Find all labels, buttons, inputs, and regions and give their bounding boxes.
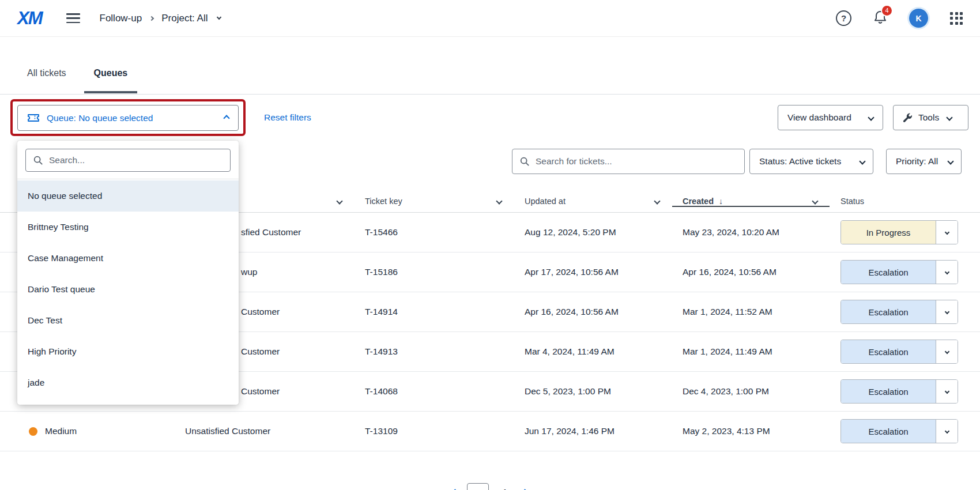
- queue-option[interactable]: Dec Test: [17, 305, 239, 336]
- status-badge[interactable]: Escalation: [840, 379, 958, 404]
- status-badge-label: Escalation: [841, 300, 936, 323]
- chevron-down-icon[interactable]: [336, 198, 342, 204]
- pagination: 1 of 1: [0, 483, 980, 490]
- chevron-down-icon: [868, 114, 874, 120]
- wrench-icon: [902, 112, 913, 123]
- avatar[interactable]: K: [909, 9, 928, 28]
- status-filter-label: Status: Active tickets: [759, 156, 841, 167]
- queue-search-input[interactable]: [49, 149, 230, 171]
- queue-option-no-queue[interactable]: No queue selected: [17, 180, 239, 212]
- cell-created: May 2, 2023, 4:13 PM: [683, 426, 840, 436]
- chevron-right-icon: [149, 16, 154, 20]
- cell-status: Escalation: [840, 379, 964, 404]
- queue-option[interactable]: High Priority: [17, 336, 239, 367]
- ticket-icon: [27, 113, 40, 123]
- queue-option[interactable]: jade: [17, 367, 239, 398]
- status-dropdown-button[interactable]: [936, 261, 958, 284]
- cell-created: Apr 16, 2024, 10:56 AM: [683, 267, 840, 277]
- status-badge-label: In Progress: [841, 221, 936, 244]
- tools-label: Tools: [918, 112, 939, 123]
- status-badge[interactable]: Escalation: [840, 300, 958, 324]
- status-dropdown-button[interactable]: [936, 300, 958, 323]
- reset-filters-link[interactable]: Reset filters: [264, 112, 311, 123]
- search-icon: [519, 156, 530, 167]
- queue-option[interactable]: Dario Test queue: [17, 274, 239, 305]
- search-icon: [33, 155, 43, 165]
- status-badge[interactable]: Escalation: [840, 419, 958, 443]
- chevron-down-icon: [947, 114, 953, 120]
- priority-filter-button[interactable]: Priority: All: [886, 149, 962, 174]
- cell-ticket-key: T-15466: [365, 227, 525, 238]
- tabs-divider: [0, 94, 980, 95]
- chevron-down-icon[interactable]: [812, 198, 818, 204]
- notifications-button[interactable]: 4: [873, 10, 887, 27]
- status-dropdown-button[interactable]: [936, 420, 958, 443]
- queue-dropdown-panel: No queue selected Brittney Testing Case …: [17, 141, 239, 405]
- cell-ticket-key: T-15186: [365, 267, 525, 277]
- status-badge[interactable]: In Progress: [840, 220, 958, 244]
- cell-ticket-key: T-14068: [365, 386, 525, 397]
- queue-options-list: No queue selected Brittney Testing Case …: [17, 179, 239, 398]
- tickets-search: [512, 149, 745, 174]
- chevron-down-icon[interactable]: [216, 14, 221, 19]
- queue-option[interactable]: Brittney Testing: [17, 212, 239, 243]
- breadcrumb-project-selector[interactable]: Project: All: [161, 13, 208, 24]
- tickets-search-input[interactable]: [536, 149, 744, 174]
- xm-logo[interactable]: XM: [17, 8, 42, 29]
- pagination-of-label: of 1: [498, 488, 512, 490]
- priority-filter-label: Priority: All: [896, 156, 938, 167]
- view-dashboard-button[interactable]: View dashboard: [778, 105, 883, 130]
- tab-queues[interactable]: Queues: [84, 68, 138, 93]
- status-dropdown-button[interactable]: [936, 221, 958, 244]
- cell-status: In Progress: [840, 220, 964, 244]
- status-filter-button[interactable]: Status: Active tickets: [749, 149, 873, 174]
- help-icon[interactable]: ?: [836, 10, 851, 26]
- notification-count-badge: 4: [882, 6, 892, 16]
- cell-ticket-key: T-14913: [365, 346, 525, 357]
- hamburger-menu-icon[interactable]: [66, 13, 80, 23]
- view-dashboard-label: View dashboard: [787, 112, 851, 123]
- cell-updated-at: Jun 17, 2024, 1:46 PM: [525, 426, 683, 436]
- cell-status: Escalation: [840, 419, 964, 443]
- table-row[interactable]: Medium Unsatisfied Customer T-13109 Jun …: [0, 412, 980, 451]
- queue-search: [25, 149, 231, 172]
- cell-updated-at: Dec 5, 2023, 1:00 PM: [525, 386, 683, 397]
- tools-button[interactable]: Tools: [893, 105, 968, 130]
- cell-ticket-key: T-13109: [365, 426, 525, 436]
- chevron-up-icon: [223, 115, 229, 121]
- cell-updated-at: Apr 17, 2024, 10:56 AM: [525, 267, 683, 277]
- status-dropdown-button[interactable]: [936, 340, 958, 363]
- status-dropdown-button[interactable]: [936, 380, 958, 403]
- pagination-page-input[interactable]: 1: [467, 483, 489, 490]
- status-badge[interactable]: Escalation: [840, 340, 958, 364]
- column-header-updated-at[interactable]: Updated at: [525, 197, 683, 206]
- status-badge-label: Escalation: [841, 340, 936, 363]
- cell-updated-at: Mar 4, 2024, 11:49 AM: [525, 346, 683, 357]
- cell-status: Escalation: [840, 260, 964, 284]
- tab-bar: All tickets Queues: [27, 68, 127, 93]
- priority-medium-icon: [29, 427, 37, 436]
- sort-descending-icon: ↓: [719, 197, 723, 206]
- breadcrumb-follow-up[interactable]: Follow-up: [100, 13, 142, 24]
- chevron-down-icon: [947, 158, 953, 164]
- chevron-down-icon[interactable]: [654, 198, 660, 204]
- queue-option[interactable]: Case Management: [17, 243, 239, 274]
- status-badge-label: Escalation: [841, 261, 936, 284]
- column-header-ticket-key[interactable]: Ticket key: [365, 197, 525, 206]
- chevron-down-icon[interactable]: [496, 198, 502, 204]
- chevron-down-icon: [859, 158, 865, 164]
- apps-grid-icon[interactable]: [950, 12, 963, 25]
- status-badge-label: Escalation: [841, 380, 936, 403]
- topbar-actions: ? 4 K: [836, 9, 963, 28]
- queue-selector-button[interactable]: Queue: No queue selected: [17, 105, 239, 131]
- priority-label: Medium: [45, 426, 77, 436]
- cell-created: Dec 4, 2023, 1:00 PM: [683, 386, 840, 397]
- status-badge[interactable]: Escalation: [840, 260, 958, 284]
- column-header-created[interactable]: Created ↓: [683, 197, 840, 206]
- breadcrumb: Follow-up Project: All: [100, 13, 221, 24]
- cell-status: Escalation: [840, 300, 964, 324]
- cell-updated-at: Aug 12, 2024, 5:20 PM: [525, 227, 683, 238]
- column-header-status[interactable]: Status: [840, 197, 964, 206]
- tab-all-tickets[interactable]: All tickets: [27, 68, 66, 93]
- cell-updated-at: Apr 16, 2024, 10:56 AM: [525, 307, 683, 317]
